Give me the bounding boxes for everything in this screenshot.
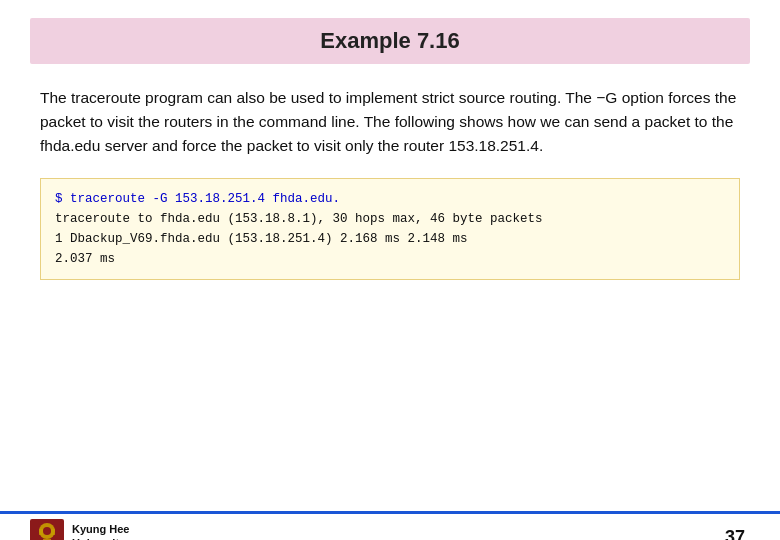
title-bar: Example 7.16 bbox=[30, 18, 750, 64]
page-number: 37 bbox=[725, 527, 745, 540]
svg-rect-5 bbox=[51, 529, 55, 535]
slide-container: Example 7.16 The traceroute program can … bbox=[0, 18, 780, 540]
svg-point-3 bbox=[43, 527, 51, 535]
university-name: Kyung Hee University bbox=[72, 522, 129, 540]
content-area: The traceroute program can also be used … bbox=[0, 64, 780, 280]
svg-rect-4 bbox=[39, 529, 43, 535]
university-logo: Kyung Hee University bbox=[30, 519, 129, 540]
code-block: $ traceroute -G 153.18.251.4 fhda.edu. t… bbox=[40, 178, 740, 280]
code-line-4: 2.037 ms bbox=[55, 249, 725, 269]
university-logo-icon bbox=[30, 519, 64, 540]
body-text: The traceroute program can also be used … bbox=[40, 86, 740, 158]
bottom-bar: Kyung Hee University 37 bbox=[0, 514, 780, 540]
slide-title: Example 7.16 bbox=[320, 28, 459, 53]
code-line-3: 1 Dbackup_V69.fhda.edu (153.18.251.4) 2.… bbox=[55, 229, 725, 249]
code-line-2: traceroute to fhda.edu (153.18.8.1), 30 … bbox=[55, 209, 725, 229]
code-line-1: $ traceroute -G 153.18.251.4 fhda.edu. bbox=[55, 189, 725, 209]
